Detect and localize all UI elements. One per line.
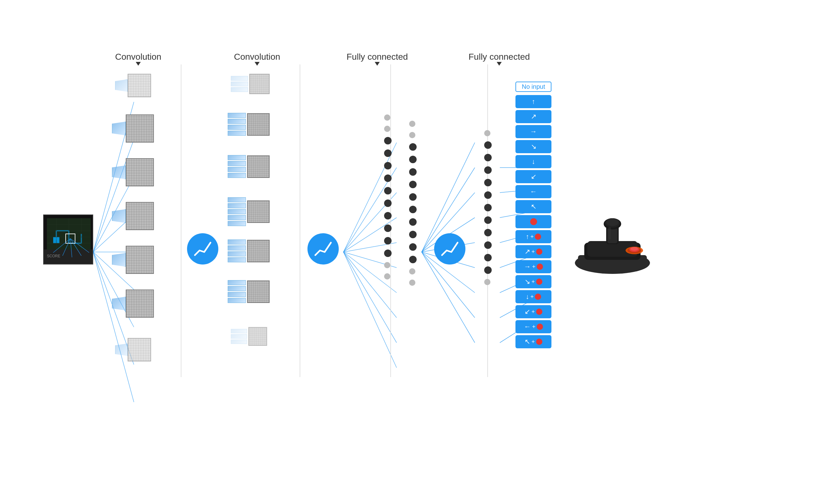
conv2-grid-3: [247, 156, 270, 178]
fc1-node-bot-1: [384, 262, 390, 268]
fire-dot-up: [535, 234, 541, 240]
action-btn-right[interactable]: →: [515, 125, 551, 138]
fc2-node-8: [484, 229, 492, 236]
fc1-rnode-1: [409, 143, 416, 151]
conv2-grid-7: [248, 327, 267, 346]
conv1-arrow: [136, 62, 141, 66]
fire-dot-ul: [536, 339, 542, 345]
fc2-node-4: [484, 179, 492, 186]
conv1-grid-6: [126, 289, 154, 318]
fc1-rnode-bot-1: [409, 268, 415, 274]
conv1-map-4: [112, 202, 154, 230]
conv1-map-1: [115, 74, 151, 97]
fc2-arrow: [497, 62, 502, 66]
activation-1: [187, 233, 218, 265]
fire-dot-l: [537, 324, 543, 330]
fire-dot-ur: [536, 249, 542, 255]
fc1-rnode-5: [409, 193, 416, 201]
fc1-rnode-9: [409, 243, 416, 251]
action-btn-down-left[interactable]: ↙: [515, 170, 551, 183]
separator-2: [300, 65, 300, 377]
conv2-label-section: Convolution: [234, 52, 280, 69]
conv1-grid-3: [126, 158, 154, 186]
fc1-node-6: [384, 199, 392, 207]
action-btn-down[interactable]: ↓: [515, 155, 551, 168]
svg-line-8: [93, 252, 134, 402]
main-container: SCORE Convolution: [0, 0, 837, 504]
fc1-rnode-7: [409, 218, 416, 226]
conv1-map-2: [112, 114, 154, 143]
action-btn-up[interactable]: ↑: [515, 95, 551, 108]
conv2-grid-2: [247, 113, 270, 136]
output-section: No input ↑ ↗ → ↘ ↓ ↙ ← ↖ ↑: [515, 82, 551, 348]
action-btn-up-right-fire[interactable]: ↗ +: [515, 245, 551, 258]
fire-dot: [530, 218, 537, 225]
activation-3: [434, 233, 465, 265]
fc1-rnode-3: [409, 168, 416, 176]
conv1-grid-1: [128, 74, 151, 97]
no-input-badge: No input: [515, 82, 551, 92]
svg-text:SCORE: SCORE: [47, 254, 60, 258]
fc1-node-top-2: [384, 126, 390, 132]
conv1-grid-4: [126, 202, 154, 230]
svg-point-61: [630, 247, 638, 251]
action-btn-up-left-fire[interactable]: ↖ +: [515, 335, 551, 348]
fire-dot-d: [535, 293, 541, 300]
action-btn-down-fire[interactable]: ↓ +: [515, 290, 551, 303]
action-btn-right-fire[interactable]: → +: [515, 260, 551, 273]
fc1-rnode-4: [409, 181, 416, 188]
action-btn-up-left[interactable]: ↖: [515, 200, 551, 213]
conv2-map-4: [228, 197, 270, 226]
conv1-map-6: [112, 289, 154, 318]
svg-line-1: [93, 140, 134, 252]
action-btn-up-fire[interactable]: ↑ +: [515, 230, 551, 243]
joystick: [569, 202, 656, 278]
svg-rect-67: [608, 227, 611, 239]
fire-dot-r: [537, 264, 543, 270]
fc2-node-2: [484, 154, 492, 161]
conv2-arrow: [255, 62, 260, 66]
fc2-node-10: [484, 254, 492, 262]
conv2-label: Convolution: [234, 52, 280, 62]
conv2-map-1: [231, 74, 270, 94]
action-btn-left-fire[interactable]: ← +: [515, 320, 551, 333]
conv1-map-3: [112, 158, 154, 186]
action-btn-up-right[interactable]: ↗: [515, 110, 551, 123]
fc1-rnode-6: [409, 206, 416, 213]
fc1-rnode-top-2: [409, 132, 415, 138]
fc1-label: Fully connected: [346, 52, 408, 62]
svg-line-27: [422, 252, 475, 343]
conv2-map-5: [228, 239, 270, 262]
fc1-rnode-8: [409, 231, 416, 238]
conv2-grid-1: [249, 74, 270, 94]
fire-dot-dl: [536, 309, 542, 315]
fc1-arrow: [375, 62, 380, 66]
action-btn-down-right-fire[interactable]: ↘ +: [515, 275, 551, 288]
activation-2: [307, 233, 339, 265]
conv1-grid-2: [126, 114, 154, 143]
fc2-node-11: [484, 266, 492, 274]
fc2-node-7: [484, 216, 492, 224]
conv2-grid-6: [247, 281, 270, 303]
conv1-filter-3: [112, 165, 126, 179]
fc2-node-5: [484, 191, 492, 199]
conv2-grid-4: [247, 200, 270, 223]
fc1-rnode-bot-2: [409, 280, 415, 286]
conv2-map-3: [228, 155, 270, 178]
action-btn-down-left-fire[interactable]: ↙ +: [515, 305, 551, 318]
svg-point-66: [606, 218, 619, 226]
conv1-grid-5: [126, 246, 154, 274]
conv2-map-7: [231, 327, 267, 346]
fc1-rnode-10: [409, 256, 416, 263]
separator-1: [181, 65, 181, 377]
fc1-node-2: [384, 149, 392, 157]
action-btn-down-right[interactable]: ↘: [515, 140, 551, 153]
fc1-node-8: [384, 224, 392, 232]
action-btn-fire[interactable]: [515, 215, 551, 228]
conv1-filter-5: [112, 253, 126, 267]
conv2-grid-5: [247, 240, 270, 262]
fc1-node-10: [384, 250, 392, 257]
fc2-node-1: [484, 141, 492, 149]
action-btn-left[interactable]: ←: [515, 185, 551, 198]
fc2-label-section: Fully connected: [468, 52, 530, 69]
